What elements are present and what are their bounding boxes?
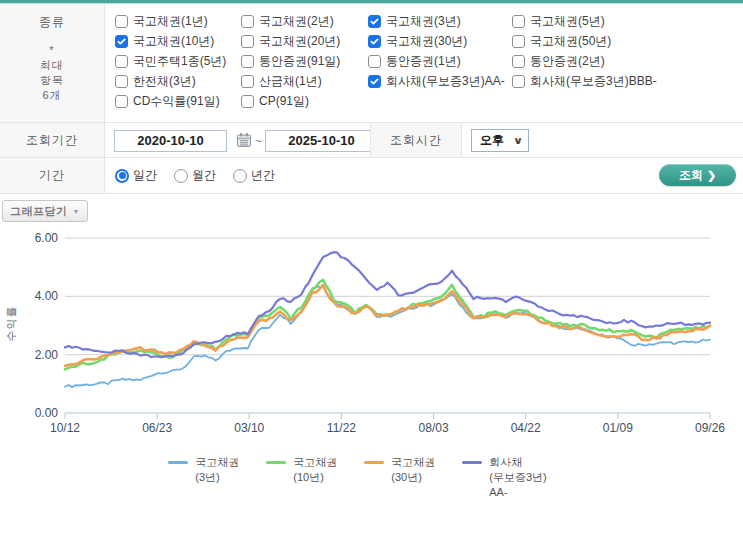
checkbox-label: 국민주택1종(5년) bbox=[133, 53, 226, 70]
bond-type-checkbox-grid: 국고채권(1년)국고채권(2년)국고채권(3년)국고채권(5년)국고채권(10년… bbox=[105, 4, 743, 111]
start-date-input[interactable]: 2020-10-10 bbox=[114, 130, 227, 152]
checkbox-item[interactable]: 국고채권(50년) bbox=[512, 32, 743, 51]
svg-text:4.00: 4.00 bbox=[35, 289, 59, 303]
checkbox-item[interactable]: CP(91일) bbox=[241, 92, 368, 111]
checkbox-item[interactable]: 국고채권(2년) bbox=[241, 12, 368, 31]
checkbox-unchecked[interactable] bbox=[115, 55, 128, 68]
query-time-label: 조회시간 bbox=[390, 132, 442, 149]
radio-unselected[interactable] bbox=[174, 169, 188, 183]
checkbox-unchecked[interactable] bbox=[512, 75, 525, 88]
checkbox-checked[interactable] bbox=[368, 75, 381, 88]
checkbox-item[interactable]: 한전채(3년) bbox=[115, 72, 241, 91]
checkbox-label: 한전채(3년) bbox=[133, 73, 196, 90]
calendar-icon[interactable] bbox=[236, 132, 252, 148]
radio-item[interactable]: 일간 bbox=[115, 167, 157, 184]
query-time-label-cell: 조회시간 bbox=[370, 123, 462, 157]
legend-line-swatch bbox=[168, 461, 188, 464]
radio-unselected[interactable] bbox=[233, 169, 247, 183]
svg-text:11/22: 11/22 bbox=[327, 421, 356, 435]
bond-type-row: 종류 * 최대 항목 6개 국고채권(1년)국고채권(2년)국고채권(3년)국고… bbox=[0, 4, 743, 123]
radio-label: 년간 bbox=[251, 167, 275, 184]
checkbox-item[interactable]: 통안증권(2년) bbox=[512, 52, 743, 71]
checkbox-label: 회사채(무보증3년)BBB- bbox=[530, 73, 657, 90]
interval-label-cell: 기간 bbox=[0, 158, 105, 193]
chevron-down-icon: ∨ bbox=[513, 135, 524, 146]
checkbox-checked[interactable] bbox=[115, 35, 128, 48]
svg-text:03/10: 03/10 bbox=[234, 421, 264, 435]
interval-label: 기간 bbox=[39, 167, 65, 184]
legend-label: 국고채권(30년) bbox=[391, 455, 435, 485]
triangle-down-icon: ▼ bbox=[73, 208, 80, 215]
checkbox-label: 국고채권(30년) bbox=[386, 33, 467, 50]
checkbox-checked[interactable] bbox=[368, 35, 381, 48]
checkbox-label: 국고채권(20년) bbox=[259, 33, 340, 50]
svg-text:2.00: 2.00 bbox=[35, 348, 59, 362]
checkbox-item[interactable]: 국고채권(20년) bbox=[241, 32, 368, 51]
svg-text:04/22: 04/22 bbox=[511, 421, 541, 435]
svg-text:06/23: 06/23 bbox=[142, 421, 172, 435]
checkbox-label: 국고채권(10년) bbox=[133, 33, 214, 50]
legend-item: 국고채권(3년) bbox=[168, 455, 239, 500]
legend-item: 회사채(무보증3년)AA- bbox=[462, 455, 546, 500]
end-date-input[interactable]: 2025-10-10 bbox=[265, 130, 378, 152]
svg-text:01/09: 01/09 bbox=[603, 421, 633, 435]
legend-item: 국고채권(10년) bbox=[266, 455, 337, 500]
date-range-tilde: ~ bbox=[255, 134, 262, 148]
checkbox-label: 산금채(1년) bbox=[259, 73, 322, 90]
svg-text:6.00: 6.00 bbox=[35, 231, 59, 245]
yield-chart-svg: 0.002.004.006.0010/1206/2303/1011/2208/0… bbox=[0, 226, 743, 443]
checkbox-label: CP(91일) bbox=[259, 93, 309, 110]
checkbox-item[interactable]: 국고채권(1년) bbox=[115, 12, 241, 31]
checkbox-item[interactable]: 통안증권(91일) bbox=[241, 52, 368, 71]
checkbox-unchecked[interactable] bbox=[241, 15, 254, 28]
checkbox-item[interactable]: 국고채권(3년) bbox=[368, 12, 512, 31]
query-period-label-cell: 조회기간 bbox=[0, 123, 105, 157]
checkbox-unchecked[interactable] bbox=[115, 95, 128, 108]
query-period-row: 조회기간 2020-10-10 ~ 2025-10-10 bbox=[0, 123, 743, 158]
svg-text:08/03: 08/03 bbox=[419, 421, 449, 435]
legend-line-swatch bbox=[266, 461, 286, 464]
radio-selected[interactable] bbox=[115, 169, 129, 183]
checkbox-unchecked[interactable] bbox=[512, 55, 525, 68]
checkbox-unchecked[interactable] bbox=[115, 75, 128, 88]
checkbox-item[interactable]: 국고채권(10년) bbox=[115, 32, 241, 51]
checkbox-unchecked[interactable] bbox=[241, 35, 254, 48]
checkbox-item[interactable]: 국고채권(30년) bbox=[368, 32, 512, 51]
checkbox-checked[interactable] bbox=[368, 15, 381, 28]
checkbox-unchecked[interactable] bbox=[368, 55, 381, 68]
legend-label: 회사채(무보증3년)AA- bbox=[489, 455, 546, 500]
checkbox-unchecked[interactable] bbox=[241, 55, 254, 68]
checkbox-unchecked[interactable] bbox=[241, 75, 254, 88]
svg-text:09/26: 09/26 bbox=[695, 421, 725, 435]
checkbox-item[interactable]: 국고채권(5년) bbox=[512, 12, 743, 31]
checkbox-item[interactable]: CD수익률(91일) bbox=[115, 92, 241, 111]
radio-item[interactable]: 월간 bbox=[174, 167, 216, 184]
checkbox-unchecked[interactable] bbox=[512, 15, 525, 28]
query-period-label: 조회기간 bbox=[26, 132, 78, 149]
legend-line-swatch bbox=[364, 461, 384, 464]
checkbox-unchecked[interactable] bbox=[241, 95, 254, 108]
checkbox-label: 국고채권(3년) bbox=[386, 13, 461, 30]
bond-yield-query-page: 종류 * 최대 항목 6개 국고채권(1년)국고채권(2년)국고채권(3년)국고… bbox=[0, 0, 743, 533]
svg-text:10/12: 10/12 bbox=[50, 421, 80, 435]
query-time-select[interactable]: 오후 ∨ bbox=[471, 129, 529, 152]
checkbox-label: 통안증권(1년) bbox=[386, 53, 461, 70]
checkbox-item[interactable]: 통안증권(1년) bbox=[368, 52, 512, 71]
interval-radio-group: 일간월간년간 bbox=[115, 158, 275, 193]
checkbox-label: 국고채권(50년) bbox=[530, 33, 611, 50]
checkbox-item[interactable]: 회사채(무보증3년)BBB- bbox=[512, 72, 743, 91]
checkbox-unchecked[interactable] bbox=[115, 15, 128, 28]
checkbox-item[interactable]: 산금채(1년) bbox=[241, 72, 368, 91]
search-button[interactable]: 조회 ❯ bbox=[659, 164, 736, 186]
checkbox-label: 국고채권(1년) bbox=[133, 13, 208, 30]
checkbox-item[interactable]: 국민주택1종(5년) bbox=[115, 52, 241, 71]
radio-item[interactable]: 년간 bbox=[233, 167, 275, 184]
chevron-right-icon: ❯ bbox=[707, 169, 716, 182]
checkbox-item[interactable]: 회사채(무보증3년)AA- bbox=[368, 72, 512, 91]
checkbox-label: CD수익률(91일) bbox=[133, 93, 220, 110]
checkbox-unchecked[interactable] bbox=[512, 35, 525, 48]
checkbox-label: 국고채권(2년) bbox=[259, 13, 334, 30]
graph-close-button[interactable]: 그래프닫기 ▼ bbox=[2, 200, 88, 222]
y-axis-title: 수익률 bbox=[4, 304, 19, 344]
bond-type-label-cell: 종류 * 최대 항목 6개 bbox=[0, 4, 105, 122]
